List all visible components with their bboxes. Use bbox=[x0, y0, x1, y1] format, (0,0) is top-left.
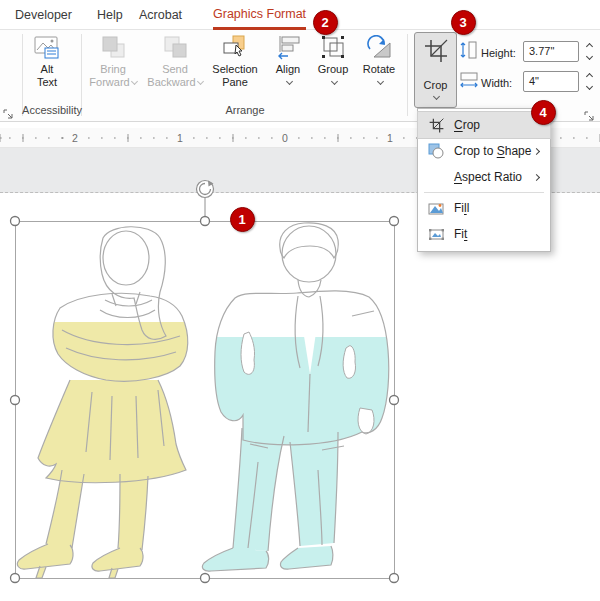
tab-acrobat[interactable]: Acrobat bbox=[139, 0, 182, 30]
crop-button[interactable]: Crop bbox=[414, 32, 457, 108]
crop-icon bbox=[424, 39, 448, 65]
height-icon bbox=[459, 41, 479, 63]
group-button[interactable]: Group bbox=[312, 32, 354, 89]
send-backward-label-1: Send bbox=[162, 63, 188, 76]
rotate-handle[interactable] bbox=[197, 181, 214, 198]
submenu-chevron-icon bbox=[533, 173, 540, 180]
align-icon bbox=[275, 35, 301, 61]
width-label: Width: bbox=[481, 77, 512, 89]
menu-item-label: Fit bbox=[454, 227, 467, 241]
width-icon bbox=[459, 72, 479, 94]
align-button[interactable]: Align bbox=[266, 32, 310, 89]
chevron-down-icon bbox=[433, 93, 440, 100]
rotate-button[interactable]: Rotate bbox=[356, 32, 402, 89]
crop-dropdown-menu: Crop Crop to Shape Aspect Ratio bbox=[417, 108, 551, 252]
send-backward-button[interactable]: Send Backward bbox=[143, 32, 207, 89]
height-label: Height: bbox=[481, 47, 516, 59]
menu-item-label: Crop to Shape bbox=[454, 144, 531, 158]
handle-middle-left[interactable] bbox=[11, 396, 20, 405]
selection-pane-label-2: Pane bbox=[222, 76, 248, 89]
menu-item-aspect-ratio[interactable]: Aspect Ratio bbox=[418, 164, 550, 190]
handle-top-right[interactable] bbox=[390, 217, 399, 226]
chevron-down-icon bbox=[131, 78, 138, 85]
menu-item-label: Fill bbox=[454, 201, 469, 215]
height-spinner[interactable] bbox=[583, 41, 595, 62]
spinner-down-icon[interactable] bbox=[585, 53, 592, 60]
group-icon bbox=[320, 35, 346, 61]
handle-bottom-left[interactable] bbox=[11, 574, 20, 583]
ruler-number: 1 bbox=[173, 131, 187, 145]
alt-text-button[interactable]: Alt Text bbox=[25, 32, 69, 89]
crop-icon bbox=[427, 118, 445, 133]
menu-item-crop[interactable]: Crop bbox=[418, 112, 550, 138]
powerpoint-window: Developer Help Acrobat Graphics Format A… bbox=[0, 0, 600, 601]
step-badge-3: 3 bbox=[451, 10, 476, 35]
chevron-down-icon bbox=[285, 78, 292, 85]
width-spinner[interactable] bbox=[583, 71, 595, 92]
group-separator bbox=[407, 34, 408, 116]
width-input[interactable]: 4" bbox=[523, 71, 579, 92]
menu-separator bbox=[424, 192, 544, 193]
step-badge-2: 2 bbox=[313, 10, 338, 35]
step-badge-1: 1 bbox=[230, 207, 255, 232]
align-label: Align bbox=[276, 63, 300, 76]
crop-button-label: Crop bbox=[424, 79, 448, 91]
bring-forward-icon bbox=[100, 35, 126, 61]
size-dialog-launcher-icon[interactable] bbox=[584, 108, 596, 120]
spinner-up-icon[interactable] bbox=[585, 43, 592, 50]
selection-pane-label-1: Selection bbox=[212, 63, 257, 76]
rotate-label: Rotate bbox=[363, 63, 395, 76]
send-backward-label-2: Backward bbox=[147, 76, 202, 89]
chevron-down-icon bbox=[376, 78, 383, 85]
chevron-down-icon bbox=[330, 78, 337, 85]
ruler-number: 2 bbox=[68, 131, 82, 145]
submenu-chevron-icon bbox=[533, 147, 540, 154]
accessibility-group-label: Accessibility bbox=[12, 104, 92, 116]
bring-forward-label-1: Bring bbox=[100, 63, 126, 76]
menu-item-fit[interactable]: Fit bbox=[418, 221, 550, 247]
height-input[interactable]: 3.77" bbox=[523, 41, 579, 62]
ruler-number: 1 bbox=[383, 131, 397, 145]
tab-developer[interactable]: Developer bbox=[15, 0, 72, 30]
man-color-overlay bbox=[200, 337, 396, 577]
send-backward-icon bbox=[162, 35, 188, 61]
tab-graphics-format[interactable]: Graphics Format bbox=[213, 0, 306, 30]
arrange-group-label: Arrange bbox=[120, 104, 370, 116]
chevron-down-icon bbox=[197, 78, 204, 85]
spinner-down-icon[interactable] bbox=[585, 83, 592, 90]
handle-middle-right[interactable] bbox=[390, 396, 399, 405]
selection-pane-icon bbox=[222, 35, 248, 61]
alt-text-label-2: Text bbox=[37, 76, 57, 89]
fit-icon bbox=[427, 227, 445, 242]
step-badge-4: 4 bbox=[531, 100, 556, 125]
alt-text-icon bbox=[34, 35, 60, 61]
handle-bottom-middle[interactable] bbox=[201, 574, 210, 583]
alt-text-label-1: Alt bbox=[41, 63, 54, 76]
fill-icon bbox=[427, 201, 445, 216]
group-label: Group bbox=[318, 63, 349, 76]
tab-help[interactable]: Help bbox=[97, 0, 123, 30]
menu-item-fill[interactable]: Fill bbox=[418, 195, 550, 221]
rotate-icon bbox=[366, 35, 392, 61]
spinner-up-icon[interactable] bbox=[585, 73, 592, 80]
bring-forward-button[interactable]: Bring Forward bbox=[84, 32, 142, 89]
handle-top-left[interactable] bbox=[11, 217, 20, 226]
ribbon-tab-bar: Developer Help Acrobat Graphics Format bbox=[0, 0, 600, 30]
handle-bottom-right[interactable] bbox=[390, 574, 399, 583]
menu-item-label: Crop bbox=[454, 118, 480, 132]
menu-item-label: Aspect Ratio bbox=[454, 170, 522, 184]
crop-to-shape-icon bbox=[427, 143, 445, 159]
bring-forward-label-2: Forward bbox=[89, 76, 136, 89]
selection-pane-button[interactable]: Selection Pane bbox=[208, 32, 262, 89]
handle-top-middle[interactable] bbox=[201, 217, 210, 226]
menu-item-crop-to-shape[interactable]: Crop to Shape bbox=[418, 138, 550, 164]
woman-color-overlay bbox=[14, 322, 200, 580]
ruler-number: 0 bbox=[278, 131, 292, 145]
